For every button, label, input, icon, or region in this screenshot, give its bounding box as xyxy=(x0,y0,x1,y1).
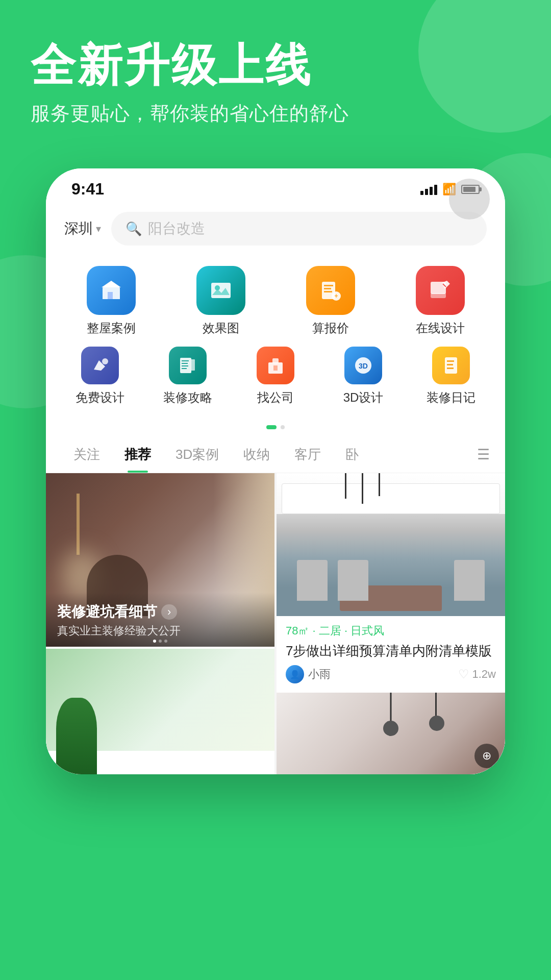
icon-item-online-design[interactable]: 在线设计 xyxy=(399,266,481,336)
kitchen-image xyxy=(277,473,505,616)
hero-subtitle: 服务更贴心，帮你装的省心住的舒心 xyxy=(31,101,520,127)
author-name: 小雨 xyxy=(308,667,331,682)
location-text: 深圳 xyxy=(64,219,93,238)
svg-point-14 xyxy=(102,358,108,364)
tab-living-room[interactable]: 客厅 xyxy=(282,436,333,473)
search-icon: 🔍 xyxy=(126,221,142,237)
icon-item-effect[interactable]: 效果图 xyxy=(180,266,262,336)
icon-item-3d-design[interactable]: 3D 3D设计 xyxy=(322,347,404,406)
like-count: ♡ 1.2w xyxy=(458,667,496,681)
icon-row-2: 免费设计 装修攻略 xyxy=(56,341,495,411)
icon-grid: 整屋案例 效果图 xyxy=(46,256,505,421)
bottom-right-card[interactable]: ⊕ xyxy=(277,693,505,774)
svg-rect-8 xyxy=(324,291,332,292)
svg-rect-19 xyxy=(182,368,187,369)
tab-recommend[interactable]: 推荐 xyxy=(112,436,163,473)
kitchen-card[interactable]: 78㎡ · 二居 · 日式风 7步做出详细预算清单内附清单模版 👤 小雨 ♡ xyxy=(277,473,505,691)
icon-label-diary: 装修日记 xyxy=(427,389,475,406)
search-area: 深圳 ▾ 🔍 阳台改造 xyxy=(46,204,505,256)
svg-rect-16 xyxy=(182,360,189,361)
3d-design-icon: 3D xyxy=(344,347,382,384)
heart-icon: ♡ xyxy=(458,667,469,681)
author-info: 👤 小雨 xyxy=(286,665,331,683)
icon-item-find-company[interactable]: 找公司 xyxy=(235,347,316,406)
phone-body: 9:41 📶 深圳 ▾ 🔍 阳台 xyxy=(46,168,505,774)
featured-card-overlay: 装修避坑看细节 › 真实业主装修经验大公开 xyxy=(46,593,274,647)
tab-follow[interactable]: 关注 xyxy=(61,436,112,473)
icon-label-guide: 装修攻略 xyxy=(163,389,212,406)
svg-rect-27 xyxy=(447,360,454,362)
icon-item-whole-case[interactable]: 整屋案例 xyxy=(70,266,152,336)
kitchen-card-tag: 78㎡ · 二居 · 日式风 xyxy=(286,623,496,639)
svg-text:+: + xyxy=(334,292,338,300)
find-company-icon xyxy=(257,347,294,384)
search-input[interactable]: 阳台改造 xyxy=(148,219,205,238)
content-left-column: 装修避坑看细节 › 真实业主装修经验大公开 xyxy=(46,473,274,774)
kitchen-card-meta: 👤 小雨 ♡ 1.2w xyxy=(286,665,496,683)
likes-value: 1.2w xyxy=(472,668,496,681)
svg-rect-12 xyxy=(431,293,446,298)
effect-icon xyxy=(196,266,245,315)
bottom-left-image xyxy=(46,649,274,751)
svg-rect-7 xyxy=(324,288,331,289)
signal-icon xyxy=(420,184,437,195)
location-button[interactable]: 深圳 ▾ xyxy=(64,219,101,238)
diary-icon xyxy=(432,347,470,384)
svg-text:3D: 3D xyxy=(359,362,368,370)
icon-label-whole-case: 整屋案例 xyxy=(87,320,136,336)
svg-marker-2 xyxy=(102,281,121,287)
icon-item-quote[interactable]: + 算报价 xyxy=(290,266,371,336)
author-avatar: 👤 xyxy=(286,665,304,683)
svg-rect-3 xyxy=(211,283,231,298)
kitchen-card-info: 78㎡ · 二居 · 日式风 7步做出详细预算清单内附清单模版 👤 小雨 ♡ xyxy=(277,616,505,691)
page-indicator xyxy=(46,421,505,436)
phone-mockup: 9:41 📶 深圳 ▾ 🔍 阳台 xyxy=(46,168,505,774)
svg-rect-6 xyxy=(324,285,333,286)
content-grid: 装修避坑看细节 › 真实业主装修经验大公开 xyxy=(46,473,505,774)
quote-icon: + xyxy=(306,266,355,315)
hero-section: 全新升级上线 服务更贴心，帮你装的省心住的舒心 xyxy=(0,0,551,147)
icon-label-3d-design: 3D设计 xyxy=(343,389,384,406)
hero-title: 全新升级上线 xyxy=(31,41,520,90)
icon-row-1: 整屋案例 效果图 xyxy=(56,261,495,341)
tab-storage[interactable]: 收纳 xyxy=(231,436,282,473)
svg-rect-22 xyxy=(272,358,279,363)
icon-item-free-design[interactable]: 免费设计 xyxy=(59,347,141,406)
dot-1 xyxy=(266,425,277,429)
guide-icon xyxy=(169,347,207,384)
icon-label-online-design: 在线设计 xyxy=(416,320,465,336)
svg-rect-18 xyxy=(182,365,188,366)
online-design-icon xyxy=(416,266,465,315)
icon-label-free-design: 免费设计 xyxy=(76,389,124,406)
svg-rect-28 xyxy=(447,364,453,365)
featured-card[interactable]: 装修避坑看细节 › 真实业主装修经验大公开 xyxy=(46,473,274,647)
icon-item-diary[interactable]: 装修日记 xyxy=(410,347,492,406)
search-box[interactable]: 🔍 阳台改造 xyxy=(111,212,487,246)
svg-rect-29 xyxy=(447,368,454,369)
free-design-icon xyxy=(81,347,119,384)
svg-rect-1 xyxy=(108,292,113,299)
featured-card-subtitle: 真实业主装修经验大公开 xyxy=(57,623,263,639)
content-right-column: 78㎡ · 二居 · 日式风 7步做出详细预算清单内附清单模版 👤 小雨 ♡ xyxy=(277,473,505,774)
whole-case-icon xyxy=(87,266,136,315)
svg-rect-23 xyxy=(273,365,278,371)
svg-rect-17 xyxy=(182,363,188,364)
icon-item-guide[interactable]: 装修攻略 xyxy=(147,347,229,406)
tab-3d-case[interactable]: 3D案例 xyxy=(163,436,231,473)
svg-rect-20 xyxy=(191,359,195,371)
icon-label-quote: 算报价 xyxy=(312,320,349,336)
dot-2 xyxy=(281,425,285,429)
tab-bar: 关注 推荐 3D案例 收纳 客厅 卧 ☰ xyxy=(46,436,505,473)
tab-bedroom[interactable]: 卧 xyxy=(333,436,371,473)
status-time: 9:41 xyxy=(71,180,104,199)
chevron-down-icon: ▾ xyxy=(96,223,101,235)
bottom-left-card[interactable] xyxy=(46,649,274,751)
kitchen-card-title: 7步做出详细预算清单内附清单模版 xyxy=(286,642,496,660)
tab-more-icon[interactable]: ☰ xyxy=(477,446,490,463)
icon-label-effect: 效果图 xyxy=(203,320,239,336)
featured-card-title: 装修避坑看细节 xyxy=(57,603,157,621)
status-bar: 9:41 📶 xyxy=(46,168,505,204)
icon-label-find-company: 找公司 xyxy=(257,389,294,406)
